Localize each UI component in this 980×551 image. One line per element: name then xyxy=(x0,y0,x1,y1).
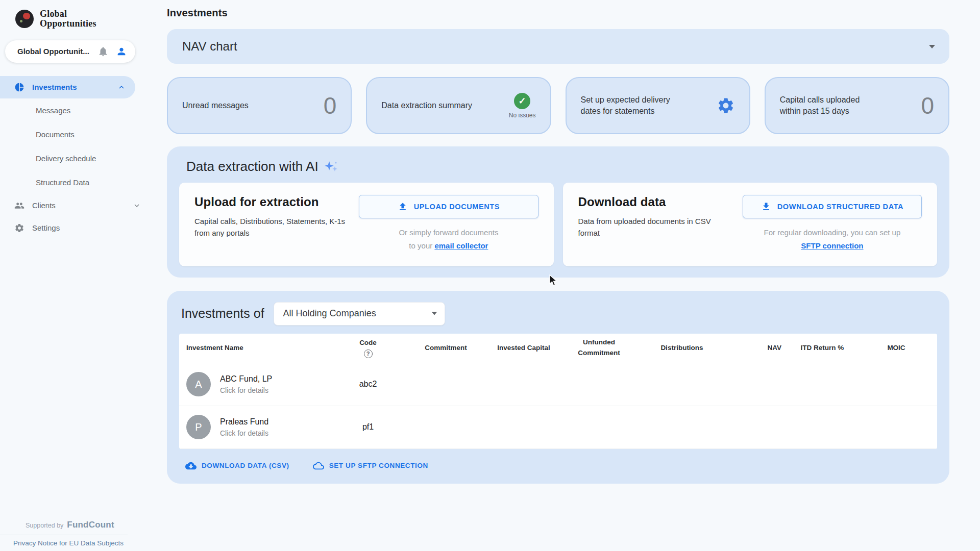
stat-card-delivery-dates: Set up expected delivery dates for state… xyxy=(566,77,750,134)
sidebar-item-settings[interactable]: Settings xyxy=(0,217,151,239)
stat-card-unread-messages: Unread messages 0 xyxy=(167,77,352,134)
download-note: For regular downloading, you can set up … xyxy=(764,226,901,253)
logo-text: Global Opportunities xyxy=(40,9,96,29)
chevron-down-icon xyxy=(132,201,141,210)
cloud-icon xyxy=(313,460,324,471)
sidebar-item-investments[interactable]: Investments xyxy=(0,76,135,98)
download-data-csv-link[interactable]: DOWNLOAD DATA (CSV) xyxy=(185,460,289,471)
stat-value: 0 xyxy=(921,92,934,119)
fund-name: ABC Fund, LP xyxy=(220,374,272,384)
upload-documents-button[interactable]: UPLOAD DOCUMENTS xyxy=(359,195,538,218)
pie-chart-icon xyxy=(14,82,24,92)
table-row-abc-fund[interactable]: A ABC Fund, LP Click for details abc2 ⋮ xyxy=(179,363,937,406)
fund-subtitle: Click for details xyxy=(220,386,272,394)
fund-code: pf1 xyxy=(332,422,404,432)
col-invested-capital: Invested Capital xyxy=(488,343,559,354)
profile-person-icon[interactable] xyxy=(116,46,127,57)
supported-by: Supported by FundCount xyxy=(0,520,139,530)
download-data-card: Download data Data from uploaded documen… xyxy=(563,183,938,266)
upload-note-line2: to your xyxy=(409,241,432,250)
people-icon xyxy=(14,201,24,211)
stat-card-extraction-summary: Data extraction summary ✓ No issues xyxy=(366,77,551,134)
gear-icon xyxy=(14,223,24,233)
sidebar-item-structured-data[interactable]: Structured Data xyxy=(0,170,151,194)
col-commitment: Commitment xyxy=(404,343,488,354)
supported-by-label: Supported by xyxy=(26,522,63,529)
sparkles-ai-icon xyxy=(324,159,339,174)
upload-note: Or simply forward documents to your emai… xyxy=(399,226,498,253)
status-caption: No issues xyxy=(509,112,536,119)
gear-icon[interactable] xyxy=(717,96,735,115)
sidebar-item-documents[interactable]: Documents xyxy=(0,122,151,146)
investments-section: Investments of All Holding Companies Inv… xyxy=(167,291,949,484)
company-logo: Global Opportunities xyxy=(15,9,151,29)
upload-documents-label: UPLOAD DOCUMENTS xyxy=(414,203,500,211)
chevron-up-icon xyxy=(117,83,126,92)
sidebar-item-label: Clients xyxy=(32,201,125,210)
sidebar: Global Opportunities Global Opportunit..… xyxy=(0,0,151,551)
col-unfunded-commitment: Unfunded Commitment xyxy=(559,337,639,359)
table-header-row: Investment Name Code ? Commitment Invest… xyxy=(179,334,937,363)
chevron-down-icon xyxy=(929,45,935,48)
account-name: Global Opportunit... xyxy=(17,47,90,56)
sidebar-item-delivery-schedule[interactable]: Delivery schedule xyxy=(0,146,151,170)
holding-company-select[interactable]: All Holding Companies xyxy=(274,302,445,325)
col-distributions: Distributions xyxy=(639,343,725,354)
email-collector-link[interactable]: email collector xyxy=(434,241,488,250)
avatar: P xyxy=(186,415,211,439)
stat-card-capital-calls: Capital calls uploaded within past 15 da… xyxy=(765,77,949,134)
col-code: Code ? xyxy=(332,338,404,358)
card-description: Capital calls, Distributions, Statements… xyxy=(194,215,346,239)
cloud-download-icon xyxy=(185,460,197,471)
section-title: Data extraction with AI xyxy=(186,159,318,174)
download-note-line1: For regular downloading, you can set up xyxy=(764,228,901,237)
footer-divider xyxy=(0,535,128,535)
avatar: A xyxy=(186,372,211,396)
sidebar-nav: Investments Messages Documents Delivery … xyxy=(0,76,151,239)
ai-extraction-section: Data extraction with AI Upload for extra… xyxy=(167,146,949,278)
download-structured-data-button[interactable]: DOWNLOAD STRUCTURED DATA xyxy=(743,195,922,218)
fund-code: abc2 xyxy=(332,380,404,389)
setup-sftp-link[interactable]: SET UP SFTP CONNECTION xyxy=(313,460,428,471)
page-title: Investments xyxy=(167,7,949,19)
sidebar-footer: Supported by FundCount Privacy Notice fo… xyxy=(0,520,139,547)
main-content: Investments NAV chart Unread messages 0 … xyxy=(151,0,965,551)
holding-company-value: All Holding Companies xyxy=(283,308,376,319)
status-indicator: ✓ No issues xyxy=(509,93,536,119)
setup-sftp-label: SET UP SFTP CONNECTION xyxy=(329,462,428,469)
nav-chart-panel[interactable]: NAV chart xyxy=(167,29,949,64)
fund-name: Praleas Fund xyxy=(220,417,268,427)
stat-label: Set up expected delivery dates for state… xyxy=(581,94,676,116)
col-nav: NAV xyxy=(725,343,787,354)
sftp-connection-link[interactable]: SFTP connection xyxy=(801,241,863,250)
col-investment-name: Investment Name xyxy=(179,343,332,354)
row-menu-kebab-icon[interactable]: ⋮ xyxy=(935,379,937,390)
investments-table: Investment Name Code ? Commitment Invest… xyxy=(179,334,937,449)
col-moic: MOIC xyxy=(858,343,935,354)
sidebar-item-clients[interactable]: Clients xyxy=(0,194,151,217)
stat-label: Unread messages xyxy=(182,100,249,111)
privacy-notice-link[interactable]: Privacy Notice for EU Data Subjects xyxy=(0,539,139,547)
download-data-csv-label: DOWNLOAD DATA (CSV) xyxy=(202,462,289,469)
card-title: Upload for extraction xyxy=(194,195,346,209)
stats-row: Unread messages 0 Data extraction summar… xyxy=(167,77,949,134)
sidebar-item-label: Settings xyxy=(32,223,141,232)
section-title: Investments of xyxy=(181,306,264,321)
upload-note-line1: Or simply forward documents xyxy=(399,228,498,237)
card-title: Download data xyxy=(578,195,729,209)
table-row-praleas-fund[interactable]: P Praleas Fund Click for details pf1 ⋮ xyxy=(179,406,937,449)
account-switcher[interactable]: Global Opportunit... xyxy=(5,40,135,63)
fund-subtitle: Click for details xyxy=(220,429,268,437)
download-structured-data-label: DOWNLOAD STRUCTURED DATA xyxy=(777,203,903,211)
row-menu-kebab-icon[interactable]: ⋮ xyxy=(935,421,937,433)
stat-label: Capital calls uploaded within past 15 da… xyxy=(780,94,875,116)
help-question-icon[interactable]: ? xyxy=(364,349,373,358)
stat-value: 0 xyxy=(324,92,337,119)
stat-label: Data extraction summary xyxy=(381,100,472,111)
sidebar-item-messages[interactable]: Messages xyxy=(0,98,151,122)
fundcount-logo: FundCount xyxy=(67,520,114,530)
notifications-bell-icon[interactable] xyxy=(97,46,109,57)
upload-extraction-card: Upload for extraction Capital calls, Dis… xyxy=(179,183,554,266)
card-description: Data from uploaded documents in CSV form… xyxy=(578,215,729,239)
logo-line1: Global xyxy=(40,9,96,19)
